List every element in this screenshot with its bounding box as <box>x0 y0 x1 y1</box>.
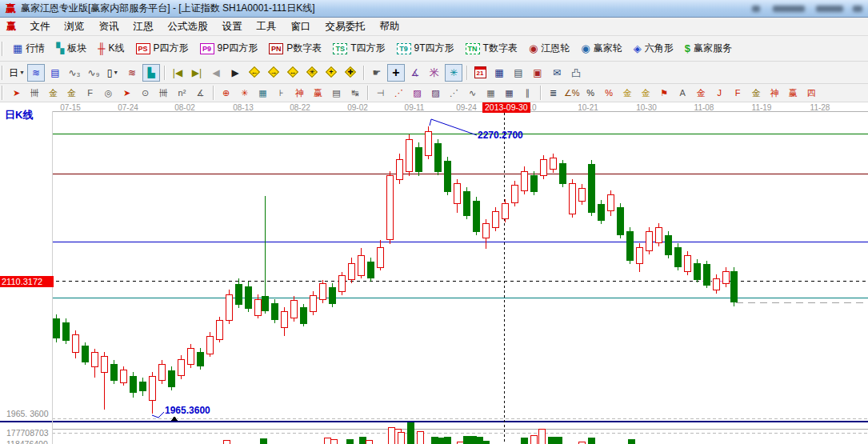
menu-item-资讯[interactable]: 资讯 <box>92 18 126 35</box>
kline-chart[interactable] <box>0 102 868 444</box>
menu-item-交易委托[interactable]: 交易委托 <box>318 18 373 35</box>
shen-icon[interactable]: 神 <box>291 86 308 101</box>
trend-fan-icon[interactable]: ⋰ <box>446 86 462 101</box>
gold-ring-icon[interactable]: 金 <box>619 86 636 101</box>
red-marker-icon[interactable]: ➤ <box>118 86 135 101</box>
last-bar-icon[interactable]: ▶| <box>188 64 206 82</box>
toolbar-grip[interactable] <box>2 42 3 56</box>
pulse-mark-icon[interactable]: ⊦ <box>273 86 290 101</box>
memo-icon[interactable]: ▤ <box>510 64 527 82</box>
sectors-button[interactable]: ▚板块 <box>50 39 92 58</box>
gann-box-icon[interactable]: ▦ <box>482 86 499 101</box>
time-circle-icon[interactable]: ⊙ <box>137 86 154 101</box>
t-square-button[interactable]: TST四方形 <box>327 39 390 58</box>
expand-all-diamond-icon[interactable]: ✚ <box>342 64 359 82</box>
menu-item-公式选股[interactable]: 公式选股 <box>161 18 215 35</box>
angle-tool-icon[interactable]: ∡ <box>192 86 209 101</box>
gold-grid2-icon[interactable]: 金 <box>63 86 80 101</box>
stat-columns-icon[interactable]: ≣ <box>545 86 562 101</box>
spiral-icon[interactable]: ◎ <box>100 86 117 101</box>
menu-item-文件[interactable]: 文件 <box>23 18 58 35</box>
red-flag-icon[interactable]: ⚑ <box>656 86 673 101</box>
chart-area[interactable]: 07-1507-2408-0208-1308-2209-0209-1109-24… <box>0 102 868 444</box>
parallel-icon[interactable]: ∥ <box>519 86 536 101</box>
si-line-icon[interactable]: 四 <box>803 86 820 101</box>
winner-service-button[interactable]: $赢家服务 <box>679 39 738 58</box>
winner-wheel-button[interactable]: ◉赢家轮 <box>575 39 627 58</box>
star-web-icon[interactable]: ✳ <box>236 86 253 101</box>
gann-fan-red-icon[interactable]: ⋰ <box>390 86 407 101</box>
percent-red-icon[interactable]: % <box>601 86 618 101</box>
period-day-dropdown[interactable]: 日▼ <box>8 64 26 82</box>
menu-item-设置[interactable]: 设置 <box>215 18 250 35</box>
candle-style-dropdown[interactable]: ▯▼ <box>104 64 122 82</box>
t-number-button[interactable]: TNT数字表 <box>460 39 523 58</box>
zigzag-icon[interactable]: ∿ <box>464 86 481 101</box>
bars9-icon[interactable]: ∿₉ <box>85 64 102 82</box>
target-cross-icon[interactable]: ⊕ <box>218 86 234 101</box>
gold-level-icon[interactable]: 金 <box>638 86 654 101</box>
span-arrow-icon[interactable]: ↹ <box>346 86 363 101</box>
kline-button[interactable]: ╫K线 <box>92 39 130 58</box>
angle-measure-icon[interactable]: ∡ <box>406 64 424 82</box>
comb2-icon[interactable]: 卌 <box>155 86 172 101</box>
n2-icon[interactable]: n² <box>174 86 190 101</box>
p-square-button[interactable]: PSP四方形 <box>130 39 194 58</box>
p-number-button[interactable]: PNP数字表 <box>263 39 327 58</box>
crosshair-icon[interactable]: + <box>387 64 405 82</box>
prev-bar-icon[interactable]: ◀ <box>207 64 225 82</box>
ying-icon[interactable]: 赢 <box>310 86 326 101</box>
expand-h-diamond-icon[interactable]: ↔ <box>284 64 302 82</box>
ying-line-icon[interactable]: 赢 <box>785 86 802 101</box>
expand-plus-diamond-icon[interactable]: + <box>322 64 340 82</box>
hand-drag-icon[interactable]: ☛ <box>368 64 386 82</box>
save-icon[interactable]: ▣ <box>529 64 546 82</box>
calculator-icon[interactable]: ▦ <box>490 64 508 82</box>
quotes-button[interactable]: ▦行情 <box>7 39 50 58</box>
gold-grid-icon[interactable]: 金 <box>45 86 62 101</box>
wave-abc-icon[interactable]: A <box>674 86 691 101</box>
drop-grid-icon[interactable]: ⊣ <box>372 86 389 101</box>
next-bar-icon[interactable]: ▶ <box>226 64 244 82</box>
menu-item-帮助[interactable]: 帮助 <box>373 18 407 35</box>
bars3-icon[interactable]: ∿₃ <box>66 64 83 82</box>
gold-line2-icon[interactable]: 金 <box>748 86 765 101</box>
info-doc-icon[interactable]: ▤ <box>46 64 64 82</box>
f-grid-icon[interactable]: F <box>82 86 98 101</box>
gann-fan-purple-icon[interactable]: ▨ <box>409 86 426 101</box>
menu-item-江恩[interactable]: 江恩 <box>126 18 161 35</box>
menu-item-浏览[interactable]: 浏览 <box>58 18 92 35</box>
toolbar-grip[interactable] <box>2 66 3 80</box>
compare-lines-icon[interactable]: ≋ <box>123 64 141 82</box>
gann-flower-icon[interactable]: 米 <box>426 64 443 82</box>
brain-icon[interactable]: ✳ <box>445 64 462 82</box>
shrink-right-diamond-icon[interactable]: → <box>265 64 282 82</box>
p9-square-button[interactable]: P99P四方形 <box>194 39 264 58</box>
print-icon[interactable]: 凸 <box>567 64 585 82</box>
gann-wheel-button[interactable]: ◉江恩轮 <box>523 39 575 58</box>
f-line-icon[interactable]: F <box>730 86 746 101</box>
gann-box2-icon[interactable]: ▦ <box>501 86 518 101</box>
gold-red-icon[interactable]: 金 <box>693 86 710 101</box>
menu-item-窗口[interactable]: 窗口 <box>284 18 318 35</box>
web-grid-icon[interactable]: ▦ <box>254 86 271 101</box>
volume-panel-icon[interactable]: ▙ <box>142 64 160 82</box>
menu-item-工具[interactable]: 工具 <box>250 18 284 35</box>
shrink-left-diamond-icon[interactable]: ← <box>246 64 263 82</box>
draw-marker-icon[interactable]: ➤ <box>8 86 25 101</box>
t9-square-button[interactable]: T99T四方形 <box>391 39 460 58</box>
hexagon-button[interactable]: ◈六角形 <box>628 39 679 58</box>
toolbar-grip[interactable] <box>2 86 3 100</box>
compress-diamond-icon[interactable]: ✳ <box>303 64 321 82</box>
shen-line-icon[interactable]: 神 <box>766 86 783 101</box>
j-line-icon[interactable]: J <box>711 86 728 101</box>
calendar-icon[interactable]: 21 <box>471 64 489 82</box>
first-bar-icon[interactable]: |◀ <box>169 64 186 82</box>
mail-icon[interactable]: ✉ <box>548 64 566 82</box>
grid-comb-icon[interactable]: 卌 <box>26 86 43 101</box>
ruler-123-icon[interactable]: ▤ <box>328 86 345 101</box>
gann-fan-dark-icon[interactable]: ▨ <box>427 86 444 101</box>
percent-angle-icon[interactable]: ∠% <box>563 86 581 101</box>
timeshare-icon[interactable]: ≋ <box>27 64 45 82</box>
percent-icon[interactable]: % <box>582 86 599 101</box>
